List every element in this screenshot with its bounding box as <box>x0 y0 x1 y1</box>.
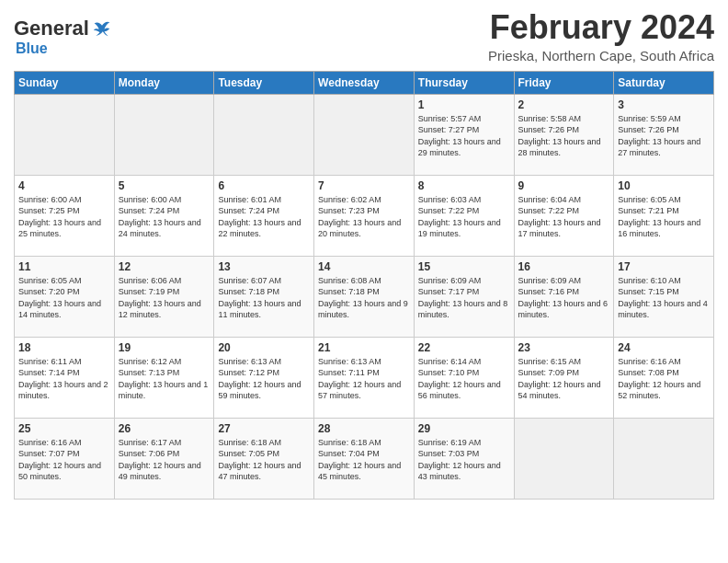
day-number: 6 <box>218 179 310 192</box>
weekday-header-thursday: Thursday <box>414 71 514 94</box>
day-number: 8 <box>418 179 510 192</box>
day-number: 1 <box>418 98 510 111</box>
calendar-cell <box>114 94 214 175</box>
cell-content: Sunrise: 6:06 AMSunset: 7:19 PMDaylight:… <box>119 275 210 321</box>
day-number: 22 <box>418 341 510 354</box>
calendar-cell: 21Sunrise: 6:13 AMSunset: 7:11 PMDayligh… <box>314 337 415 418</box>
cell-content: Sunrise: 6:05 AMSunset: 7:20 PMDaylight:… <box>18 275 110 321</box>
cell-content: Sunrise: 6:18 AMSunset: 7:04 PMDaylight:… <box>318 437 410 483</box>
day-number: 16 <box>518 260 610 273</box>
day-number: 24 <box>618 341 710 354</box>
calendar-cell: 24Sunrise: 6:16 AMSunset: 7:08 PMDayligh… <box>614 337 714 418</box>
calendar-cell: 11Sunrise: 6:05 AMSunset: 7:20 PMDayligh… <box>15 256 115 337</box>
calendar-body: 1Sunrise: 5:57 AMSunset: 7:27 PMDaylight… <box>15 94 714 499</box>
day-number: 11 <box>18 260 110 273</box>
calendar-cell <box>614 418 714 499</box>
calendar-cell: 22Sunrise: 6:14 AMSunset: 7:10 PMDayligh… <box>414 337 514 418</box>
calendar-cell: 23Sunrise: 6:15 AMSunset: 7:09 PMDayligh… <box>514 337 614 418</box>
cell-content: Sunrise: 6:13 AMSunset: 7:12 PMDaylight:… <box>218 356 310 402</box>
calendar-cell: 17Sunrise: 6:10 AMSunset: 7:15 PMDayligh… <box>614 256 714 337</box>
calendar-cell: 4Sunrise: 6:00 AMSunset: 7:25 PMDaylight… <box>15 175 115 256</box>
page-header: General Blue February 2024 Prieska, Nort… <box>14 9 714 63</box>
calendar-cell <box>314 94 415 175</box>
cell-content: Sunrise: 6:18 AMSunset: 7:05 PMDaylight:… <box>218 437 310 483</box>
day-number: 7 <box>318 179 410 192</box>
title-block: February 2024 Prieska, Northern Cape, So… <box>488 9 714 63</box>
calendar-cell: 29Sunrise: 6:19 AMSunset: 7:03 PMDayligh… <box>414 418 514 499</box>
calendar-cell: 27Sunrise: 6:18 AMSunset: 7:05 PMDayligh… <box>214 418 314 499</box>
cell-content: Sunrise: 6:12 AMSunset: 7:13 PMDaylight:… <box>119 356 210 402</box>
cell-content: Sunrise: 6:17 AMSunset: 7:06 PMDaylight:… <box>119 437 210 483</box>
calendar-cell: 7Sunrise: 6:02 AMSunset: 7:23 PMDaylight… <box>314 175 415 256</box>
calendar-cell: 26Sunrise: 6:17 AMSunset: 7:06 PMDayligh… <box>114 418 214 499</box>
calendar-cell: 9Sunrise: 6:04 AMSunset: 7:22 PMDaylight… <box>514 175 614 256</box>
day-number: 19 <box>119 341 210 354</box>
calendar-cell: 19Sunrise: 6:12 AMSunset: 7:13 PMDayligh… <box>114 337 214 418</box>
day-number: 2 <box>518 98 610 111</box>
cell-content: Sunrise: 6:03 AMSunset: 7:22 PMDaylight:… <box>418 194 510 240</box>
cell-content: Sunrise: 6:09 AMSunset: 7:16 PMDaylight:… <box>518 275 610 321</box>
calendar-week-2: 4Sunrise: 6:00 AMSunset: 7:25 PMDaylight… <box>15 175 714 256</box>
day-number: 21 <box>318 341 410 354</box>
day-number: 29 <box>418 422 510 435</box>
calendar-cell: 20Sunrise: 6:13 AMSunset: 7:12 PMDayligh… <box>214 337 314 418</box>
cell-content: Sunrise: 6:11 AMSunset: 7:14 PMDaylight:… <box>18 356 110 402</box>
day-number: 28 <box>318 422 410 435</box>
cell-content: Sunrise: 6:02 AMSunset: 7:23 PMDaylight:… <box>318 194 410 240</box>
calendar-cell: 15Sunrise: 6:09 AMSunset: 7:17 PMDayligh… <box>414 256 514 337</box>
weekday-header-friday: Friday <box>514 71 614 94</box>
day-number: 12 <box>119 260 210 273</box>
cell-content: Sunrise: 6:07 AMSunset: 7:18 PMDaylight:… <box>218 275 310 321</box>
cell-content: Sunrise: 6:16 AMSunset: 7:07 PMDaylight:… <box>18 437 110 483</box>
calendar-cell <box>15 94 115 175</box>
calendar-cell: 12Sunrise: 6:06 AMSunset: 7:19 PMDayligh… <box>114 256 214 337</box>
cell-content: Sunrise: 6:00 AMSunset: 7:24 PMDaylight:… <box>119 194 210 240</box>
calendar-cell: 10Sunrise: 6:05 AMSunset: 7:21 PMDayligh… <box>614 175 714 256</box>
calendar-cell: 6Sunrise: 6:01 AMSunset: 7:24 PMDaylight… <box>214 175 314 256</box>
weekday-header-sunday: Sunday <box>15 71 115 94</box>
calendar-cell: 16Sunrise: 6:09 AMSunset: 7:16 PMDayligh… <box>514 256 614 337</box>
weekday-header-saturday: Saturday <box>614 71 714 94</box>
cell-content: Sunrise: 6:09 AMSunset: 7:17 PMDaylight:… <box>418 275 510 321</box>
calendar-cell: 2Sunrise: 5:58 AMSunset: 7:26 PMDaylight… <box>514 94 614 175</box>
cell-content: Sunrise: 6:15 AMSunset: 7:09 PMDaylight:… <box>518 356 610 402</box>
logo-blue-text: Blue <box>16 40 48 57</box>
cell-content: Sunrise: 6:00 AMSunset: 7:25 PMDaylight:… <box>18 194 110 240</box>
calendar-cell: 14Sunrise: 6:08 AMSunset: 7:18 PMDayligh… <box>314 256 415 337</box>
day-number: 20 <box>218 341 310 354</box>
cell-content: Sunrise: 5:58 AMSunset: 7:26 PMDaylight:… <box>518 113 610 159</box>
calendar-cell: 3Sunrise: 5:59 AMSunset: 7:26 PMDaylight… <box>614 94 714 175</box>
calendar-cell: 13Sunrise: 6:07 AMSunset: 7:18 PMDayligh… <box>214 256 314 337</box>
weekday-header-tuesday: Tuesday <box>214 71 314 94</box>
weekday-header-monday: Monday <box>114 71 214 94</box>
calendar-cell: 18Sunrise: 6:11 AMSunset: 7:14 PMDayligh… <box>15 337 115 418</box>
cell-content: Sunrise: 6:19 AMSunset: 7:03 PMDaylight:… <box>418 437 510 483</box>
cell-content: Sunrise: 5:57 AMSunset: 7:27 PMDaylight:… <box>418 113 510 159</box>
cell-content: Sunrise: 6:14 AMSunset: 7:10 PMDaylight:… <box>418 356 510 402</box>
day-number: 14 <box>318 260 410 273</box>
calendar-cell: 1Sunrise: 5:57 AMSunset: 7:27 PMDaylight… <box>414 94 514 175</box>
calendar-cell: 8Sunrise: 6:03 AMSunset: 7:22 PMDaylight… <box>414 175 514 256</box>
cell-content: Sunrise: 6:04 AMSunset: 7:22 PMDaylight:… <box>518 194 610 240</box>
calendar-header: SundayMondayTuesdayWednesdayThursdayFrid… <box>15 71 714 94</box>
day-number: 13 <box>218 260 310 273</box>
cell-content: Sunrise: 6:16 AMSunset: 7:08 PMDaylight:… <box>618 356 710 402</box>
day-number: 27 <box>218 422 310 435</box>
day-number: 15 <box>418 260 510 273</box>
calendar-week-1: 1Sunrise: 5:57 AMSunset: 7:27 PMDaylight… <box>15 94 714 175</box>
cell-content: Sunrise: 6:13 AMSunset: 7:11 PMDaylight:… <box>318 356 410 402</box>
cell-content: Sunrise: 5:59 AMSunset: 7:26 PMDaylight:… <box>618 113 710 159</box>
cell-content: Sunrise: 6:10 AMSunset: 7:15 PMDaylight:… <box>618 275 710 321</box>
day-number: 4 <box>18 179 110 192</box>
calendar-week-3: 11Sunrise: 6:05 AMSunset: 7:20 PMDayligh… <box>15 256 714 337</box>
day-number: 10 <box>618 179 710 192</box>
calendar-cell <box>514 418 614 499</box>
day-number: 26 <box>119 422 210 435</box>
day-number: 3 <box>618 98 710 111</box>
day-number: 17 <box>618 260 710 273</box>
logo: General Blue <box>14 17 111 57</box>
cell-content: Sunrise: 6:08 AMSunset: 7:18 PMDaylight:… <box>318 275 410 321</box>
calendar-table: SundayMondayTuesdayWednesdayThursdayFrid… <box>14 71 714 500</box>
weekday-header-wednesday: Wednesday <box>314 71 415 94</box>
header-row: SundayMondayTuesdayWednesdayThursdayFrid… <box>15 71 714 94</box>
